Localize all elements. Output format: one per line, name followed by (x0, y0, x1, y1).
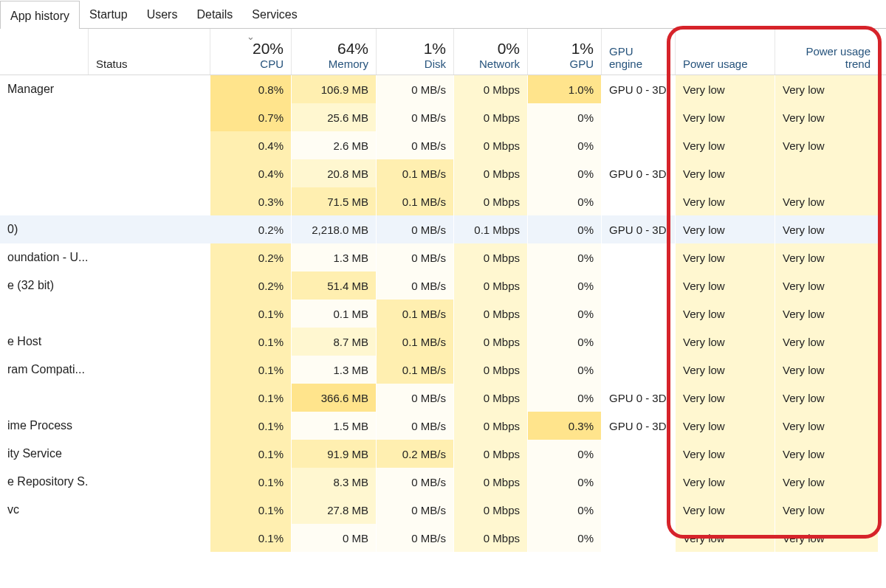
power-trend-cell: Very low (775, 384, 879, 412)
cpu-cell: 0.1% (210, 356, 292, 384)
table-row[interactable]: oundation - U...0.2%1.3 MB0 MB/s0 Mbps0%… (0, 243, 886, 271)
gpu-cell: 0% (528, 159, 602, 187)
gpu-cell: 0% (528, 300, 602, 328)
gpu-engine-cell: GPU 0 - 3D (602, 412, 676, 440)
table-row[interactable]: 0.1%0 MB0 MB/s0 Mbps0%Very lowVery low (0, 524, 886, 552)
gpu-cell: 0% (528, 103, 602, 131)
process-status (89, 187, 210, 215)
column-header-gpu-engine[interactable]: GPU engine (602, 29, 676, 75)
gpu-engine-cell (602, 131, 676, 159)
power-usage-cell: Very low (676, 412, 775, 440)
disk-cell: 0 MB/s (377, 412, 454, 440)
gpu-cell: 0% (528, 384, 602, 412)
memory-cell: 91.9 MB (292, 440, 377, 468)
cpu-cell: 0.1% (210, 412, 292, 440)
process-status (89, 215, 210, 243)
column-header-network[interactable]: 0% Network (454, 29, 528, 75)
cpu-cell: 0.4% (210, 159, 292, 187)
gpu-engine-cell (602, 300, 676, 328)
table-row[interactable]: vc0.1%27.8 MB0 MB/s0 Mbps0%Very lowVery … (0, 496, 886, 524)
power-trend-cell: Very low (775, 187, 879, 215)
table-row[interactable]: ram Compati...0.1%1.3 MB0.1 MB/s0 Mbps0%… (0, 356, 886, 384)
power-usage-cell: Very low (676, 356, 775, 384)
gpu-cell: 0% (528, 440, 602, 468)
cpu-cell: 0.1% (210, 524, 292, 552)
table-row[interactable]: 0.1%0.1 MB0.1 MB/s0 Mbps0%Very lowVery l… (0, 300, 886, 328)
column-header-cpu[interactable]: ⌄ 20% CPU (210, 29, 292, 75)
tab-app-history[interactable]: App history (0, 1, 80, 29)
tab-services[interactable]: Services (242, 0, 306, 28)
cpu-cell: 0.8% (210, 75, 292, 103)
table-row[interactable]: 0)0.2%2,218.0 MB0 MB/s0.1 Mbps0%GPU 0 - … (0, 215, 886, 243)
process-status (89, 524, 210, 552)
disk-cell: 0 MB/s (377, 524, 454, 552)
table-row[interactable]: e Host0.1%8.7 MB0.1 MB/s0 Mbps0%Very low… (0, 328, 886, 356)
disk-cell: 0 MB/s (377, 75, 454, 103)
memory-cell: 0 MB (292, 524, 377, 552)
table-row[interactable]: e (32 bit)0.2%51.4 MB0 MB/s0 Mbps0%Very … (0, 271, 886, 300)
disk-cell: 0.1 MB/s (377, 187, 454, 215)
column-header-status[interactable]: Status (89, 29, 210, 75)
process-status (89, 440, 210, 468)
column-header-label: Network (479, 58, 520, 70)
disk-cell: 0.1 MB/s (377, 300, 454, 328)
table-row[interactable]: ity Service0.1%91.9 MB0.2 MB/s0 Mbps0%Ve… (0, 440, 886, 468)
memory-cell: 8.7 MB (292, 328, 377, 356)
table-row[interactable]: ime Process0.1%1.5 MB0 MB/s0 Mbps0.3%GPU… (0, 412, 886, 440)
cpu-cell: 0.1% (210, 496, 292, 524)
tab-details[interactable]: Details (187, 0, 242, 28)
gpu-engine-cell (602, 103, 676, 131)
column-header-label: Disk (425, 58, 446, 70)
column-header-memory[interactable]: 64% Memory (292, 29, 377, 75)
table-row[interactable]: Manager0.8%106.9 MB0 MB/s0 Mbps1.0%GPU 0… (0, 75, 886, 103)
process-name: ram Compati... (0, 356, 89, 384)
power-trend-cell: Very low (775, 468, 879, 496)
network-cell: 0.1 Mbps (454, 215, 528, 243)
network-cell: 0 Mbps (454, 103, 528, 131)
process-name: ime Process (0, 412, 89, 440)
process-name (0, 159, 89, 187)
gpu-engine-cell (602, 496, 676, 524)
column-header-label: Memory (329, 58, 368, 70)
column-header-gpu[interactable]: 1% GPU (528, 29, 602, 75)
column-header-name[interactable] (0, 29, 89, 75)
process-status (89, 271, 210, 300)
process-name: 0) (0, 215, 89, 243)
table-row[interactable]: e Repository S...0.1%8.3 MB0 MB/s0 Mbps0… (0, 468, 886, 496)
disk-cell: 0.1 MB/s (377, 328, 454, 356)
network-cell: 0 Mbps (454, 524, 528, 552)
memory-cell: 8.3 MB (292, 468, 377, 496)
cpu-cell: 0.2% (210, 215, 292, 243)
network-cell: 0 Mbps (454, 271, 528, 300)
column-header-pct: 64% (337, 40, 368, 58)
gpu-cell: 0% (528, 243, 602, 271)
memory-cell: 2,218.0 MB (292, 215, 377, 243)
column-header-power-usage-trend[interactable]: Power usage trend (775, 29, 879, 75)
table-row[interactable]: 0.3%71.5 MB0.1 MB/s0 Mbps0%Very lowVery … (0, 187, 886, 215)
process-status (89, 356, 210, 384)
disk-cell: 0 MB/s (377, 131, 454, 159)
memory-cell: 0.1 MB (292, 300, 377, 328)
column-header-disk[interactable]: 1% Disk (377, 29, 454, 75)
tab-startup[interactable]: Startup (80, 0, 137, 28)
tab-users[interactable]: Users (137, 0, 188, 28)
cpu-cell: 0.1% (210, 384, 292, 412)
column-header-label: GPU engine (609, 45, 667, 70)
memory-cell: 51.4 MB (292, 271, 377, 300)
table-row[interactable]: 0.4%20.8 MB0.1 MB/s0 Mbps0%GPU 0 - 3DVer… (0, 159, 886, 187)
network-cell: 0 Mbps (454, 384, 528, 412)
process-status (89, 412, 210, 440)
table-row[interactable]: 0.1%366.6 MB0 MB/s0 Mbps0%GPU 0 - 3DVery… (0, 384, 886, 412)
cpu-cell: 0.1% (210, 300, 292, 328)
disk-cell: 0 MB/s (377, 384, 454, 412)
table-row[interactable]: 0.7%25.6 MB0 MB/s0 Mbps0%Very lowVery lo… (0, 103, 886, 131)
power-trend-cell: Very low (775, 103, 879, 131)
column-header-label: CPU (260, 58, 284, 70)
process-status (89, 468, 210, 496)
column-header-pct: 1% (571, 40, 594, 58)
process-status (89, 131, 210, 159)
power-usage-cell: Very low (676, 440, 775, 468)
process-name (0, 187, 89, 215)
column-header-power-usage[interactable]: Power usage (676, 29, 775, 75)
table-row[interactable]: 0.4%2.6 MB0 MB/s0 Mbps0%Very lowVery low (0, 131, 886, 159)
